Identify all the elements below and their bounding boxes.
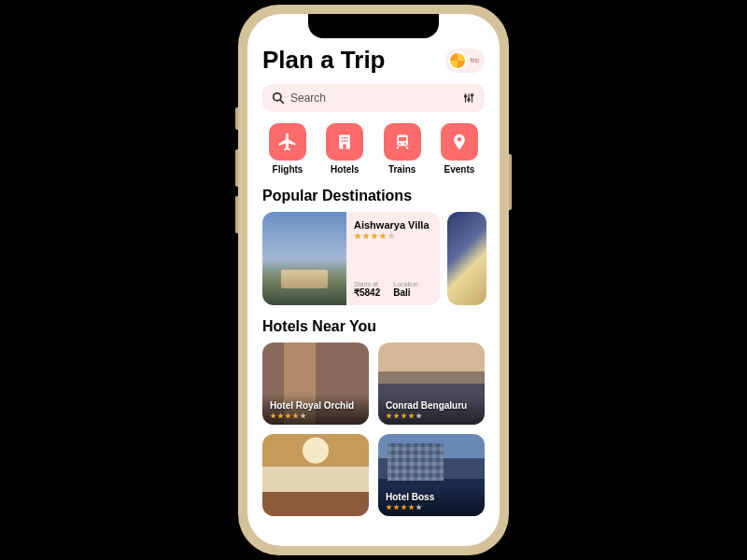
star-icon bbox=[401, 504, 407, 511]
popular-card-image bbox=[262, 212, 346, 305]
svg-rect-13 bbox=[344, 140, 345, 142]
star-icon bbox=[388, 232, 395, 240]
star-icon bbox=[354, 232, 361, 240]
search-placeholder: Search bbox=[290, 91, 462, 105]
header: Plan a Trip tro bbox=[262, 46, 485, 75]
popular-card-peek[interactable] bbox=[447, 212, 486, 305]
rating-stars bbox=[354, 232, 432, 240]
rating-stars bbox=[386, 504, 477, 511]
popular-row[interactable]: Aishwarya Villa Starts at ₹5842 bbox=[262, 212, 485, 305]
star-icon bbox=[277, 413, 284, 419]
category-label: Events bbox=[444, 164, 475, 175]
avatar-icon bbox=[448, 51, 467, 70]
category-trains[interactable]: Trains bbox=[377, 123, 428, 175]
category-label: Hotels bbox=[331, 164, 359, 175]
rating-stars bbox=[270, 413, 361, 419]
avatar-chip[interactable]: tro bbox=[445, 49, 485, 73]
category-events[interactable]: Events bbox=[434, 123, 485, 175]
category-label: Trains bbox=[388, 164, 416, 175]
svg-rect-12 bbox=[342, 140, 344, 142]
section-title-near: Hotels Near You bbox=[262, 318, 485, 335]
svg-point-7 bbox=[471, 94, 472, 96]
svg-point-19 bbox=[403, 143, 405, 145]
train-icon bbox=[384, 123, 421, 161]
star-icon bbox=[416, 413, 422, 419]
hotel-name: Conrad Bengaluru bbox=[386, 400, 477, 411]
popular-card[interactable]: Aishwarya Villa Starts at ₹5842 bbox=[262, 212, 440, 305]
star-icon bbox=[393, 413, 400, 419]
star-icon bbox=[386, 413, 392, 419]
popular-card-info: Aishwarya Villa Starts at ₹5842 bbox=[346, 212, 440, 305]
search-bar[interactable]: Search bbox=[262, 84, 485, 112]
star-icon bbox=[393, 504, 400, 511]
location-label: Location bbox=[393, 281, 417, 287]
phone-screen: Plan a Trip tro Search bbox=[247, 14, 500, 546]
location-value: Bali bbox=[393, 287, 417, 298]
hotel-name: Hotel Boss bbox=[386, 492, 477, 502]
app-root: Plan a Trip tro Search bbox=[247, 14, 500, 546]
svg-rect-9 bbox=[342, 137, 344, 139]
svg-rect-10 bbox=[344, 137, 345, 139]
phone-button bbox=[235, 196, 238, 233]
star-icon bbox=[401, 413, 407, 419]
svg-point-0 bbox=[274, 93, 281, 101]
phone-button bbox=[235, 149, 238, 187]
star-icon bbox=[408, 504, 415, 511]
price-value: ₹5842 bbox=[354, 287, 380, 298]
search-icon bbox=[272, 91, 285, 105]
star-icon bbox=[285, 413, 291, 419]
star-icon bbox=[408, 413, 415, 419]
svg-rect-11 bbox=[346, 137, 348, 139]
star-icon bbox=[386, 504, 392, 511]
hotels-grid: Hotel Royal Orchid Conrad Bengaluru bbox=[262, 343, 485, 516]
star-icon bbox=[300, 413, 306, 419]
popular-card-name: Aishwarya Villa bbox=[354, 219, 432, 231]
star-icon bbox=[270, 413, 276, 419]
hotel-name: Hotel Royal Orchid bbox=[270, 400, 361, 411]
star-icon bbox=[379, 232, 387, 240]
hotel-card[interactable]: Hotel Royal Orchid bbox=[262, 343, 369, 425]
hotel-card[interactable] bbox=[262, 434, 369, 516]
phone-notch bbox=[308, 14, 439, 38]
phone-button bbox=[235, 107, 238, 130]
category-label: Flights bbox=[273, 164, 303, 175]
avatar-name: tro bbox=[471, 56, 479, 64]
hotel-card[interactable]: Conrad Bengaluru bbox=[378, 343, 485, 425]
star-icon bbox=[416, 504, 422, 511]
pin-icon bbox=[441, 123, 478, 161]
svg-rect-17 bbox=[398, 137, 405, 141]
hotel-card[interactable]: Hotel Boss bbox=[378, 434, 485, 516]
building-icon bbox=[326, 123, 363, 161]
svg-point-5 bbox=[468, 99, 470, 101]
rating-stars bbox=[386, 413, 477, 419]
svg-rect-15 bbox=[344, 145, 346, 149]
svg-point-3 bbox=[464, 95, 466, 97]
category-hotels[interactable]: Hotels bbox=[319, 123, 370, 175]
phone-button bbox=[509, 154, 512, 210]
category-row: Flights Hotels Trains bbox=[262, 123, 485, 175]
price-label: Starts at bbox=[354, 281, 380, 287]
phone-frame: Plan a Trip tro Search bbox=[238, 5, 509, 555]
page-title: Plan a Trip bbox=[262, 46, 386, 75]
star-icon bbox=[292, 413, 299, 419]
svg-point-18 bbox=[399, 143, 401, 145]
plane-icon bbox=[269, 123, 306, 161]
section-title-popular: Popular Destinations bbox=[262, 188, 485, 204]
category-flights[interactable]: Flights bbox=[262, 123, 313, 175]
svg-line-1 bbox=[280, 100, 284, 104]
svg-rect-14 bbox=[346, 140, 348, 142]
star-icon bbox=[371, 232, 378, 240]
star-icon bbox=[362, 232, 370, 240]
filter-icon[interactable] bbox=[462, 91, 475, 105]
